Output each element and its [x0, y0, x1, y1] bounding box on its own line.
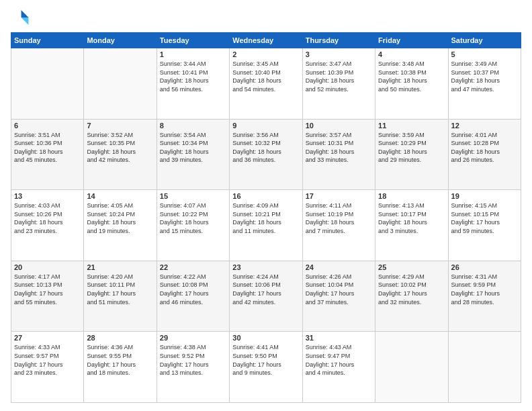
- day-header-thursday: Thursday: [302, 33, 375, 48]
- day-info: Sunrise: 4:41 AMSunset: 9:50 PMDaylight:…: [232, 343, 299, 377]
- week-row-2: 6Sunrise: 3:51 AMSunset: 10:36 PMDayligh…: [11, 119, 521, 190]
- calendar-cell: 31Sunrise: 4:43 AMSunset: 9:47 PMDayligh…: [302, 332, 375, 403]
- calendar-cell: 20Sunrise: 4:17 AMSunset: 10:13 PMDaylig…: [11, 261, 84, 332]
- day-info: Sunrise: 4:20 AMSunset: 10:11 PMDaylight…: [87, 273, 153, 306]
- day-number: 20: [14, 263, 81, 271]
- day-number: 3: [306, 50, 372, 58]
- day-header-sunday: Sunday: [11, 33, 84, 48]
- week-row-3: 13Sunrise: 4:03 AMSunset: 10:26 PMDaylig…: [11, 190, 521, 261]
- day-info: Sunrise: 4:11 AMSunset: 10:19 PMDaylight…: [306, 201, 372, 235]
- day-number: 10: [306, 122, 372, 130]
- day-info: Sunrise: 3:48 AMSunset: 10:38 PMDaylight…: [378, 60, 445, 93]
- day-number: 22: [160, 263, 226, 271]
- day-info: Sunrise: 4:15 AMSunset: 10:15 PMDaylight…: [451, 201, 518, 235]
- day-info: Sunrise: 3:44 AMSunset: 10:41 PMDaylight…: [160, 60, 226, 93]
- week-row-1: 1Sunrise: 3:44 AMSunset: 10:41 PMDayligh…: [11, 48, 521, 120]
- day-info: Sunrise: 4:43 AMSunset: 9:47 PMDaylight:…: [306, 343, 372, 377]
- week-row-4: 20Sunrise: 4:17 AMSunset: 10:13 PMDaylig…: [11, 261, 521, 332]
- calendar-cell: [375, 332, 448, 403]
- logo-icon: [11, 8, 30, 27]
- header: [11, 8, 521, 27]
- day-info: Sunrise: 3:45 AMSunset: 10:40 PMDaylight…: [232, 60, 299, 93]
- day-number: 27: [14, 334, 81, 342]
- calendar-cell: 21Sunrise: 4:20 AMSunset: 10:11 PMDaylig…: [84, 261, 157, 332]
- day-info: Sunrise: 4:05 AMSunset: 10:24 PMDaylight…: [87, 201, 153, 235]
- day-info: Sunrise: 3:57 AMSunset: 10:31 PMDaylight…: [306, 131, 372, 165]
- day-number: 6: [14, 122, 81, 130]
- day-number: 17: [306, 192, 372, 200]
- day-number: 2: [232, 50, 299, 58]
- day-header-wednesday: Wednesday: [230, 33, 302, 48]
- day-number: 24: [306, 263, 372, 271]
- calendar-cell: 18Sunrise: 4:13 AMSunset: 10:17 PMDaylig…: [375, 190, 448, 261]
- day-number: 15: [160, 192, 226, 200]
- day-number: 19: [451, 192, 518, 200]
- day-info: Sunrise: 4:09 AMSunset: 10:21 PMDaylight…: [232, 201, 299, 235]
- calendar-cell: 3Sunrise: 3:47 AMSunset: 10:39 PMDayligh…: [302, 48, 375, 120]
- day-number: 16: [232, 192, 299, 200]
- day-info: Sunrise: 4:26 AMSunset: 10:04 PMDaylight…: [306, 273, 372, 306]
- day-number: 28: [87, 334, 153, 342]
- calendar-cell: 22Sunrise: 4:22 AMSunset: 10:08 PMDaylig…: [157, 261, 229, 332]
- day-info: Sunrise: 4:17 AMSunset: 10:13 PMDaylight…: [14, 273, 81, 306]
- day-info: Sunrise: 4:33 AMSunset: 9:57 PMDaylight:…: [14, 343, 81, 377]
- day-info: Sunrise: 3:47 AMSunset: 10:39 PMDaylight…: [306, 60, 372, 93]
- day-info: Sunrise: 3:59 AMSunset: 10:29 PMDaylight…: [378, 131, 445, 165]
- logo: [11, 8, 32, 27]
- day-info: Sunrise: 4:13 AMSunset: 10:17 PMDaylight…: [378, 201, 445, 235]
- day-number: 25: [378, 263, 445, 271]
- calendar-cell: 27Sunrise: 4:33 AMSunset: 9:57 PMDayligh…: [11, 332, 84, 403]
- day-number: 23: [232, 263, 299, 271]
- day-info: Sunrise: 3:52 AMSunset: 10:35 PMDaylight…: [87, 131, 153, 165]
- day-info: Sunrise: 4:24 AMSunset: 10:06 PMDaylight…: [232, 273, 299, 306]
- day-number: 29: [160, 334, 226, 342]
- day-header-tuesday: Tuesday: [157, 33, 229, 48]
- calendar-cell: 24Sunrise: 4:26 AMSunset: 10:04 PMDaylig…: [302, 261, 375, 332]
- day-info: Sunrise: 4:38 AMSunset: 9:52 PMDaylight:…: [160, 343, 226, 377]
- day-info: Sunrise: 3:54 AMSunset: 10:34 PMDaylight…: [160, 131, 226, 165]
- calendar-cell: 5Sunrise: 3:49 AMSunset: 10:37 PMDayligh…: [448, 48, 521, 120]
- day-number: 21: [87, 263, 153, 271]
- calendar-cell: 16Sunrise: 4:09 AMSunset: 10:21 PMDaylig…: [230, 190, 302, 261]
- day-number: 14: [87, 192, 153, 200]
- calendar-cell: 15Sunrise: 4:07 AMSunset: 10:22 PMDaylig…: [157, 190, 229, 261]
- day-info: Sunrise: 4:36 AMSunset: 9:55 PMDaylight:…: [87, 343, 153, 377]
- day-number: 13: [14, 192, 81, 200]
- calendar-cell: 12Sunrise: 4:01 AMSunset: 10:28 PMDaylig…: [448, 119, 521, 190]
- day-number: 30: [232, 334, 299, 342]
- day-header-monday: Monday: [84, 33, 157, 48]
- calendar-cell: 10Sunrise: 3:57 AMSunset: 10:31 PMDaylig…: [302, 119, 375, 190]
- page: SundayMondayTuesdayWednesdayThursdayFrid…: [0, 0, 532, 411]
- day-info: Sunrise: 4:22 AMSunset: 10:08 PMDaylight…: [160, 273, 226, 306]
- day-number: 31: [306, 334, 372, 342]
- calendar-cell: 25Sunrise: 4:29 AMSunset: 10:02 PMDaylig…: [375, 261, 448, 332]
- day-info: Sunrise: 4:01 AMSunset: 10:28 PMDaylight…: [451, 131, 518, 165]
- calendar-cell: 29Sunrise: 4:38 AMSunset: 9:52 PMDayligh…: [157, 332, 229, 403]
- header-row: SundayMondayTuesdayWednesdayThursdayFrid…: [11, 33, 521, 48]
- svg-marker-0: [21, 10, 29, 17]
- day-number: 7: [87, 122, 153, 130]
- day-number: 9: [232, 122, 299, 130]
- calendar-cell: [84, 48, 157, 120]
- day-number: 12: [451, 122, 518, 130]
- calendar-table: SundayMondayTuesdayWednesdayThursdayFrid…: [11, 32, 521, 403]
- calendar-cell: 23Sunrise: 4:24 AMSunset: 10:06 PMDaylig…: [230, 261, 302, 332]
- day-header-friday: Friday: [375, 33, 448, 48]
- calendar-cell: 1Sunrise: 3:44 AMSunset: 10:41 PMDayligh…: [157, 48, 229, 120]
- day-info: Sunrise: 3:56 AMSunset: 10:32 PMDaylight…: [232, 131, 299, 165]
- day-number: 4: [378, 50, 445, 58]
- day-number: 8: [160, 122, 226, 130]
- svg-marker-1: [21, 17, 29, 25]
- day-header-saturday: Saturday: [448, 33, 521, 48]
- calendar-cell: [448, 332, 521, 403]
- day-number: 1: [160, 50, 226, 58]
- calendar-cell: 8Sunrise: 3:54 AMSunset: 10:34 PMDayligh…: [157, 119, 229, 190]
- calendar-cell: 9Sunrise: 3:56 AMSunset: 10:32 PMDayligh…: [230, 119, 302, 190]
- day-info: Sunrise: 4:03 AMSunset: 10:26 PMDaylight…: [14, 201, 81, 235]
- calendar-cell: 26Sunrise: 4:31 AMSunset: 9:59 PMDayligh…: [448, 261, 521, 332]
- calendar-cell: 17Sunrise: 4:11 AMSunset: 10:19 PMDaylig…: [302, 190, 375, 261]
- day-info: Sunrise: 4:29 AMSunset: 10:02 PMDaylight…: [378, 273, 445, 306]
- day-info: Sunrise: 4:31 AMSunset: 9:59 PMDaylight:…: [451, 273, 518, 306]
- day-info: Sunrise: 4:07 AMSunset: 10:22 PMDaylight…: [160, 201, 226, 235]
- calendar-cell: [11, 48, 84, 120]
